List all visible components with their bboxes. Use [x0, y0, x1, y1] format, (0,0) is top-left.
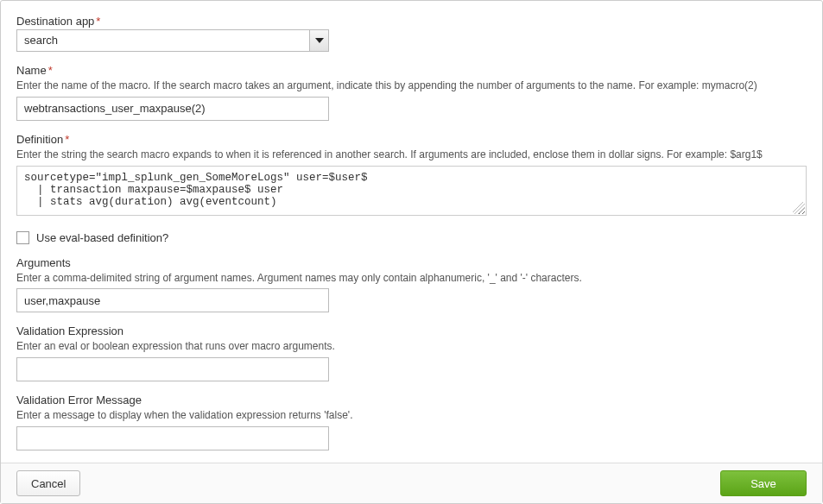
field-definition: Definition* Enter the string the search …	[16, 133, 807, 216]
field-arguments: Arguments Enter a comma-delimited string…	[16, 256, 807, 313]
definition-hint: Enter the string the search macro expand…	[16, 148, 807, 162]
destination-app-select[interactable]: search	[16, 29, 329, 52]
definition-label-text: Definition	[16, 133, 63, 146]
cancel-button[interactable]: Cancel	[16, 470, 80, 496]
validation-expression-hint: Enter an eval or boolean expression that…	[16, 339, 807, 354]
field-validation-expression: Validation Expression Enter an eval or b…	[16, 324, 807, 381]
validation-error-hint: Enter a message to display when the vali…	[16, 408, 807, 423]
destination-app-value: search	[17, 30, 328, 51]
name-input[interactable]	[16, 97, 329, 121]
name-label: Name*	[16, 64, 807, 77]
macro-form-panel: Destination app* search Name* Enter the …	[0, 0, 823, 504]
dropdown-button[interactable]	[309, 30, 328, 51]
arguments-hint: Enter a comma-delimited string of argume…	[16, 271, 807, 286]
eval-based-checkbox[interactable]	[16, 231, 29, 244]
eval-based-row: Use eval-based definition?	[16, 231, 807, 244]
validation-expression-input[interactable]	[16, 357, 329, 381]
footer-bar: Cancel Save	[1, 463, 822, 503]
validation-error-input[interactable]	[16, 426, 329, 450]
chevron-down-icon	[315, 38, 324, 43]
required-indicator: *	[96, 15, 100, 28]
save-button[interactable]: Save	[720, 470, 807, 496]
arguments-input-wrap	[16, 288, 329, 312]
arguments-input[interactable]	[16, 288, 329, 312]
required-indicator: *	[48, 64, 53, 77]
validation-error-label: Validation Error Message	[16, 394, 807, 406]
field-name: Name* Enter the name of the macro. If th…	[16, 64, 807, 121]
required-indicator: *	[65, 133, 69, 146]
definition-textarea-wrap: sourcetype="impl_splunk_gen_SomeMoreLogs…	[16, 166, 807, 216]
name-hint: Enter the name of the macro. If the sear…	[16, 79, 807, 93]
resize-grip-icon[interactable]	[793, 202, 805, 214]
validation-expression-label: Validation Expression	[16, 324, 807, 337]
definition-label: Definition*	[16, 133, 807, 146]
definition-textarea[interactable]: sourcetype="impl_splunk_gen_SomeMoreLogs…	[16, 166, 807, 216]
field-validation-error: Validation Error Message Enter a message…	[16, 394, 807, 450]
field-destination-app: Destination app* search	[16, 15, 807, 52]
destination-app-label-text: Destination app	[16, 15, 94, 28]
arguments-label: Arguments	[16, 256, 807, 269]
eval-based-label: Use eval-based definition?	[36, 231, 168, 244]
destination-app-label: Destination app*	[16, 15, 807, 28]
name-label-text: Name	[16, 64, 47, 77]
form-body: Destination app* search Name* Enter the …	[16, 15, 807, 455]
